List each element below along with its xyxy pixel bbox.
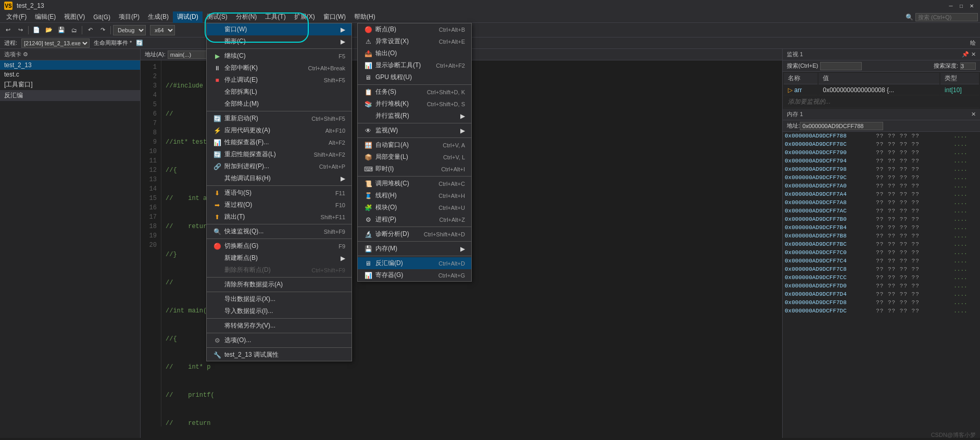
debug-menu-export-tips[interactable]: 导出数据提示(X)... — [207, 293, 351, 305]
debug-menu-apply-code[interactable]: ⚡ 应用代码更改(A) Alt+F10 — [207, 124, 351, 136]
toolbar-save[interactable]: 💾 — [56, 24, 67, 36]
debug-menu-stop[interactable]: ■ 停止调试(E) Shift+F5 — [207, 74, 351, 86]
window-modules[interactable]: 🧩 模块(O) Ctrl+Alt+U — [358, 202, 471, 213]
debug-menu-step-out[interactable]: ⬆ 跳出(T) Shift+F11 — [207, 211, 351, 223]
watch-add-row[interactable]: 添加要监视的... — [784, 96, 979, 108]
menu-test[interactable]: 测试(S) — [203, 11, 232, 23]
menu-debug[interactable]: 调试(D) — [173, 11, 203, 23]
sidebar-item-tool-window[interactable]: [工具窗口] — [0, 79, 140, 90]
debug-menu-window[interactable]: 窗口(W) ▶ — [207, 23, 351, 35]
pin-icon[interactable]: 📌 — [962, 51, 969, 58]
window-submenu[interactable]: 🔴 断点(B) Ctrl+Alt+B ⚠ 异常设置(X) Ctrl+Alt+E … — [357, 23, 472, 282]
menu-help[interactable]: 帮助(H) — [350, 11, 380, 23]
menu-search-input[interactable] — [915, 13, 978, 21]
window-exception[interactable]: ⚠ 异常设置(X) Ctrl+Alt+E — [358, 35, 471, 47]
window-registers[interactable]: 📊 寄存器(G) Ctrl+Alt+G — [358, 269, 471, 281]
menu-window[interactable]: 窗口(W) — [319, 11, 350, 23]
toolbar-save-all[interactable]: 🗂 — [68, 24, 80, 36]
debug-config-dropdown[interactable]: Debug — [113, 25, 146, 35]
debug-menu-restart-perf[interactable]: 🔄 重启性能探查器(L) Shift+Alt+F2 — [207, 148, 351, 160]
address-label: 地址(A): — [145, 51, 166, 58]
window-locals[interactable]: 📦 局部变量(L) Ctrl+V, L — [358, 151, 471, 163]
window-gpu[interactable]: 🖥 GPU 线程(U) — [358, 71, 471, 83]
watch-row-arr[interactable]: ▷ arr 0x0000000000000008 {... int[10] — [784, 85, 979, 95]
close-button[interactable]: ✕ — [968, 2, 976, 10]
window-disassembly[interactable]: 🖥 反汇编(D) Ctrl+Alt+D — [358, 257, 471, 269]
toolbar-back[interactable]: ↩ — [2, 24, 14, 36]
quickwatch-icon: 🔍 — [213, 228, 221, 236]
menu-tools[interactable]: 工具(T) — [261, 11, 290, 23]
debug-menu-options[interactable]: ⚙ 选项(O)... — [207, 334, 351, 346]
menu-analyze[interactable]: 分析(N) — [232, 11, 261, 23]
window-watch[interactable]: 👁 监视(W) ▶ — [358, 124, 471, 136]
watch-add-label[interactable]: 添加要监视的... — [784, 96, 979, 108]
debug-menu-attach[interactable]: 🔗 附加到进程(P)... Ctrl+Alt+P — [207, 160, 351, 172]
debug-menu[interactable]: 窗口(W) ▶ 图形(C) ▶ ▶ 继续(C) F5 ⏸ 全部中断(K) Ctr… — [206, 23, 352, 361]
window-parallel-watch[interactable]: 并行监视(R) ▶ — [358, 110, 471, 122]
menu-project[interactable]: 项目(P) — [115, 11, 144, 23]
toolbar-fwd[interactable]: ↪ — [15, 24, 26, 36]
window-processes[interactable]: ⚙ 进程(P) Ctrl+Alt+Z — [358, 213, 471, 225]
window-tasks[interactable]: 📋 任务(S) Ctrl+Shift+D, K — [358, 86, 471, 98]
debug-menu-debug-props[interactable]: 🔧 test_2_13 调试属性 — [207, 349, 351, 361]
debug-menu-continue[interactable]: ▶ 继续(C) F5 — [207, 50, 351, 62]
window-bp[interactable]: 🔴 断点(B) Ctrl+Alt+B — [358, 23, 471, 35]
window-callstack[interactable]: 📜 调用堆栈(C) Ctrl+Alt+C — [358, 178, 471, 190]
debug-menu-save-dump[interactable]: 将转储另存为(V)... — [207, 320, 351, 332]
sidebar-item-disassembly[interactable]: 反汇编 — [0, 90, 140, 101]
toolbar-new[interactable]: 📄 — [31, 24, 42, 36]
window-diag-analyze[interactable]: 🔬 诊断分析(D) Ctrl+Shift+Alt+D — [358, 228, 471, 240]
menu-file[interactable]: 文件(F) — [2, 11, 31, 23]
process-select[interactable]: [21240] test_2_13.exe — [21, 39, 90, 48]
memory-row: 0x000000AD9DCFF7D4 ?? ?? ?? ?? .... — [783, 290, 980, 298]
debug-menu-perf[interactable]: 📊 性能探查器(F)... Alt+F2 — [207, 136, 351, 148]
debug-menu-step-over[interactable]: ➡ 逐过程(O) F10 — [207, 199, 351, 211]
debug-menu-delete-all-bp[interactable]: 删除所有断点(D) Ctrl+Shift+F9 — [207, 264, 351, 276]
toolbar-open[interactable]: 📂 — [43, 24, 55, 36]
window-memory[interactable]: 💾 内存(M) ▶ — [358, 243, 471, 255]
window-diag-tools[interactable]: 📊 显示诊断工具(T) Ctrl+Alt+F2 — [358, 59, 471, 71]
watch-search-input[interactable] — [820, 62, 862, 70]
toolbar-undo[interactable]: ↶ — [84, 24, 96, 36]
debug-menu-clear-tips[interactable]: 清除所有数据提示(A) — [207, 279, 351, 291]
debug-menu-quickwatch[interactable]: 🔍 快速监视(Q)... Shift+F9 — [207, 225, 351, 237]
menu-edit[interactable]: 编辑(E) — [31, 11, 60, 23]
arch-dropdown[interactable]: x64 — [150, 25, 175, 35]
close-icon[interactable]: ✕ — [971, 51, 976, 58]
debug-menu-restart[interactable]: 🔄 重新启动(R) Ctrl+Shift+F5 — [207, 112, 351, 124]
wsep-5 — [358, 227, 471, 227]
debug-menu-step-into[interactable]: ⬇ 逐语句(S) F11 — [207, 187, 351, 199]
debug-menu-import-tips[interactable]: 导入数据提示(I)... — [207, 305, 351, 317]
watch-panel-controls[interactable]: 📌 ✕ — [962, 51, 976, 58]
maximize-button[interactable]: □ — [957, 2, 965, 10]
debug-menu-break-all[interactable]: ⏸ 全部中断(K) Ctrl+Alt+Break — [207, 62, 351, 74]
sidebar-item-test213[interactable]: test_2_13 — [0, 60, 140, 70]
window-auto[interactable]: 🪟 自动窗口(A) Ctrl+V, A — [358, 139, 471, 151]
memory-close-icon[interactable]: ✕ — [971, 111, 976, 118]
auto-icon: 🪟 — [364, 141, 372, 149]
menu-view[interactable]: 视图(V) — [60, 11, 89, 23]
window-output[interactable]: 📤 输出(O) — [358, 47, 471, 59]
debug-menu-other-targets[interactable]: 其他调试目标(H) ▶ — [207, 172, 351, 184]
debug-menu-terminate-all[interactable]: 全部终止(M) — [207, 98, 351, 110]
sidebar-item-testc[interactable]: test.c — [0, 70, 140, 79]
memory-panel-controls[interactable]: ✕ — [971, 111, 976, 118]
window-parallel-stack[interactable]: 📚 并行堆栈(K) Ctrl+Shift+D, S — [358, 98, 471, 110]
memory-content[interactable]: 0x000000AD9DCFF788 ?? ?? ?? ?? ....0x000… — [783, 132, 980, 438]
menu-git[interactable]: Git(G) — [89, 11, 115, 23]
debug-menu-graphics[interactable]: 图形(C) ▶ — [207, 35, 351, 47]
window-threads[interactable]: 🧵 线程(H) Ctrl+Alt+H — [358, 190, 471, 202]
debug-menu-new-bp[interactable]: 新建断点(B) ▶ — [207, 252, 351, 264]
minimize-button[interactable]: ─ — [947, 2, 955, 10]
menu-build[interactable]: 生成(B) — [144, 11, 173, 23]
debug-menu-toggle-bp[interactable]: 🔴 切换断点(G) F9 — [207, 240, 351, 252]
restart-icon: 🔄 — [213, 115, 221, 123]
perf-icon: 📊 — [213, 139, 221, 147]
memory-address-input[interactable] — [800, 122, 883, 130]
toolbar-redo[interactable]: ↷ — [97, 24, 108, 36]
menu-extend[interactable]: 扩展(X) — [290, 11, 319, 23]
debug-menu-detach-all[interactable]: 全部拆离(L) — [207, 86, 351, 98]
watch-depth-input[interactable] — [960, 62, 976, 70]
window-immediate[interactable]: ⌨ 即时(I) Ctrl+Alt+I — [358, 163, 471, 175]
title-bar-right[interactable]: ─ □ ✕ — [947, 2, 976, 10]
